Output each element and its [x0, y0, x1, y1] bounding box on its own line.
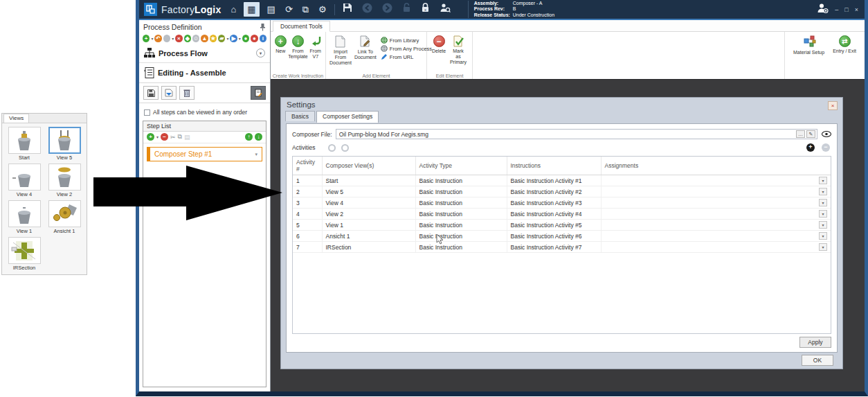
step-item-composer-step-1[interactable]: Composer Step #1 ▾	[147, 147, 262, 161]
star-icon[interactable]: ★	[210, 35, 217, 42]
assignment-dropdown-button[interactable]: ▾	[819, 177, 827, 184]
editing-assemble-row[interactable]: Editing - Assemble	[139, 64, 270, 81]
any-order-checkbox[interactable]	[144, 109, 150, 116]
add-step-dropdown-icon[interactable]: ▾	[156, 134, 159, 139]
delete-step-button[interactable]	[179, 86, 195, 100]
from-library-button[interactable]: From Library	[381, 37, 432, 44]
import-step-button[interactable]	[161, 86, 177, 100]
lock-icon[interactable]	[163, 35, 170, 42]
process-flow-row[interactable]: Process Flow ▾	[139, 45, 270, 61]
col-instructions[interactable]: Instructions	[507, 157, 601, 175]
assignment-dropdown-button[interactable]: ▾	[819, 221, 827, 229]
activity-row[interactable]: 2View 5Basic InstructionBasic Instructio…	[293, 186, 831, 197]
col-activity-type[interactable]: Activity Type	[415, 157, 507, 175]
unlock-icon[interactable]	[402, 3, 411, 16]
settings-close-button[interactable]: ×	[828, 101, 838, 110]
view-thumbnail-view-1[interactable]: View 1	[6, 200, 43, 236]
user-icon[interactable]: ☺	[192, 35, 199, 42]
browse-button[interactable]: …	[796, 130, 805, 138]
link-to-document-button[interactable]: Link To Document	[353, 35, 378, 61]
user-session-icon[interactable]	[817, 3, 829, 17]
pin-icon[interactable]	[260, 24, 266, 31]
import-from-document-button[interactable]: Import From Document	[328, 35, 353, 67]
mark-as-primary-button[interactable]: Mark as Primary	[449, 35, 468, 66]
assignment-dropdown-button[interactable]: ▾	[819, 210, 827, 218]
view-thumbnail-ansicht-1[interactable]: Ansicht 1	[46, 200, 83, 236]
audit-person-icon[interactable]	[440, 3, 451, 17]
from-any-process-button[interactable]: From Any Process	[381, 45, 432, 52]
minimize-button[interactable]: –	[835, 6, 838, 13]
entry-exit-button[interactable]: ⇄ Entry / Exit	[833, 35, 856, 54]
add-dropdown-icon[interactable]: ▾	[151, 36, 153, 41]
activity-row[interactable]: 4View 2Basic InstructionBasic Instructio…	[293, 209, 831, 220]
stop-icon[interactable]: ●	[251, 35, 257, 42]
view-thumbnail-view-5[interactable]: View 5	[46, 127, 83, 163]
send-icon[interactable]: ▶	[230, 35, 237, 42]
col-assignments[interactable]: Assignments	[601, 157, 831, 175]
remove-step-icon[interactable]: −	[161, 133, 168, 141]
ok-button[interactable]: OK	[802, 355, 833, 366]
activity-row[interactable]: 6Ansicht 1Basic InstructionBasic Instruc…	[293, 231, 831, 242]
home-icon[interactable]: ⌂	[230, 3, 236, 16]
folder-icon[interactable]: ▰	[218, 35, 225, 42]
forward-icon[interactable]	[382, 3, 392, 17]
undo-icon[interactable]: ↶	[154, 35, 161, 42]
assignment-dropdown-button[interactable]: ▾	[819, 243, 827, 251]
activity-reorder-up-button[interactable]	[328, 144, 336, 152]
production-icon[interactable]: ▤	[267, 3, 275, 16]
sync-icon[interactable]: ⟳	[285, 3, 293, 16]
view-thumbnail-irsection[interactable]: IRSection	[6, 237, 43, 273]
new-button[interactable]: + New	[273, 35, 289, 55]
edit-file-button[interactable]: ✎	[806, 130, 815, 138]
edit-document-button[interactable]	[251, 86, 266, 100]
remove-activity-button[interactable]: −	[822, 143, 830, 152]
activity-row[interactable]: 7IRSectionBasic InstructionBasic Instruc…	[293, 242, 831, 253]
cut-icon[interactable]: ✂	[170, 134, 176, 141]
view-thumbnail-start[interactable]: Start	[6, 127, 43, 163]
paste-icon[interactable]: ▤	[184, 134, 190, 141]
activity-row[interactable]: 1StartBasic InstructionBasic Instruction…	[293, 175, 831, 186]
send-dropdown-icon[interactable]: ▾	[239, 36, 241, 41]
move-down-icon[interactable]: ↓	[255, 133, 262, 141]
assignment-dropdown-button[interactable]: ▾	[819, 199, 827, 206]
lock-restricted-icon[interactable]: x	[421, 3, 430, 16]
col-composer-views[interactable]: Composer View(s)	[322, 157, 415, 175]
plugin-icon[interactable]: ◆	[184, 35, 191, 42]
preview-eye-icon[interactable]	[822, 131, 831, 137]
save-icon[interactable]	[343, 3, 352, 16]
flask-icon[interactable]: ▲	[201, 35, 208, 42]
remove-icon[interactable]: ×	[175, 35, 182, 42]
process-definition-icon[interactable]: ▦	[244, 2, 259, 17]
from-template-button[interactable]: ↓ From Template	[289, 35, 308, 60]
view-thumbnail-view-4[interactable]: View 4	[6, 164, 43, 200]
folder-dropdown-icon[interactable]: ▾	[226, 36, 228, 41]
from-v7-button[interactable]: From V7	[308, 35, 324, 60]
col-activity-num[interactable]: Activity #	[293, 157, 322, 175]
info-icon[interactable]: i	[260, 35, 266, 42]
lock-dropdown-icon[interactable]: ▾	[172, 36, 174, 41]
tab-document-tools[interactable]: Document Tools	[273, 21, 330, 32]
view-thumbnail-view-2[interactable]: View 2	[46, 164, 83, 200]
composer-file-input[interactable]: Oil Pump-blog Mod For Aegis.smg … ✎	[336, 129, 817, 139]
add-icon[interactable]: +	[143, 35, 150, 42]
copy-icon[interactable]: ⧉	[178, 133, 182, 141]
from-url-button[interactable]: From URL	[381, 53, 432, 60]
assignment-dropdown-button[interactable]: ▾	[819, 188, 827, 195]
move-up-icon[interactable]: ↑	[245, 133, 253, 141]
tab-views[interactable]: Views	[3, 114, 29, 123]
documents-icon[interactable]: ⧉	[302, 3, 309, 16]
add-activity-button[interactable]: +	[806, 143, 815, 152]
process-flow-collapse-icon[interactable]: ▾	[256, 48, 265, 58]
activity-row[interactable]: 3View 4Basic InstructionBasic Instructio…	[293, 197, 831, 209]
delete-element-button[interactable]: − Delete	[429, 35, 449, 55]
close-button[interactable]: ×	[855, 6, 858, 13]
apply-button[interactable]: Apply	[799, 337, 831, 348]
start-icon[interactable]: ●	[242, 35, 249, 42]
step-item-chevron-icon[interactable]: ▾	[255, 152, 257, 157]
activity-reorder-down-button[interactable]	[341, 144, 349, 152]
tab-composer-settings[interactable]: Composer Settings	[316, 111, 379, 123]
tab-basics[interactable]: Basics	[285, 111, 315, 121]
material-setup-button[interactable]: Material Setup	[793, 35, 824, 55]
assignment-dropdown-button[interactable]: ▾	[819, 232, 827, 240]
activity-row[interactable]: 5View 1Basic InstructionBasic Instructio…	[293, 220, 831, 231]
